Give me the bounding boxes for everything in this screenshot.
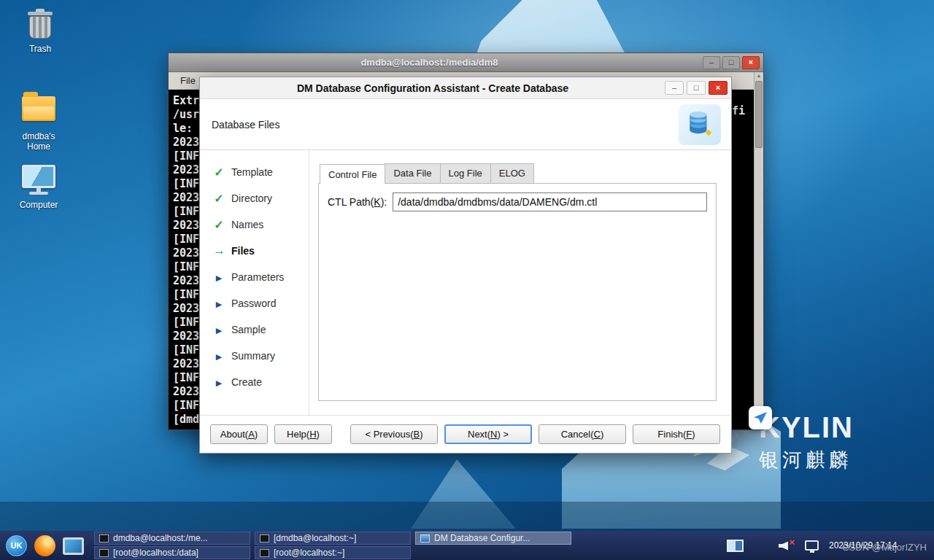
dialog-header: Database Files <box>200 99 731 150</box>
terminal-scrollbar[interactable]: ▲ ▼ <box>754 72 763 429</box>
popup-glyph-icon <box>754 412 767 424</box>
dialog-minimize-button[interactable]: – <box>665 81 684 95</box>
display-tray-icon[interactable] <box>805 540 819 551</box>
volume-muted-icon[interactable]: × <box>779 540 795 552</box>
step-status-icon <box>213 298 225 309</box>
desktop: KYLIN 银河麒麟 Trash dmdba's Home Computer d… <box>0 0 934 560</box>
kylin-brand-text-cn: 银河麒麟 <box>759 447 854 473</box>
system-tray: × 2023/10/29 17:14 <box>727 540 928 552</box>
dialog-titlebar[interactable]: DM Database Configuration Assistant - Cr… <box>200 77 731 99</box>
wizard-steps: Template Directory Names Files Parameter… <box>200 150 309 415</box>
terminal-close-button[interactable]: × <box>742 56 760 69</box>
dialog-close-button[interactable]: × <box>709 81 727 95</box>
tab[interactable]: Data File <box>385 163 439 184</box>
kylin-menu-button[interactable]: UK <box>6 535 27 556</box>
step-label: Names <box>231 219 263 230</box>
terminal-minimize-button[interactable]: – <box>703 56 720 69</box>
step-status-icon <box>213 324 225 335</box>
step-label: Password <box>231 298 276 309</box>
scroll-up-arrow[interactable]: ▲ <box>754 73 763 78</box>
about-button[interactable]: About(A) <box>210 424 268 444</box>
wizard-step[interactable]: Parameters <box>200 264 309 290</box>
wizard-step[interactable]: Summary <box>200 343 309 369</box>
folder-icon <box>21 96 56 128</box>
ctl-path-label: CTL Path(K): <box>328 196 387 208</box>
terminal-line-fragment: fi <box>732 104 745 117</box>
kylin-brand-text: KYLIN <box>759 413 854 442</box>
step-label: Summary <box>231 350 275 362</box>
taskbar: UK dmdba@localhost:/me... [dmdba@localho… <box>0 531 934 560</box>
trash-icon <box>23 9 58 41</box>
window-icon <box>99 534 109 542</box>
control-file-panel: CTL Path(K): <box>318 183 717 401</box>
database-icon-badge <box>679 104 721 145</box>
dbca-dialog: DM Database Configuration Assistant - Cr… <box>199 77 732 454</box>
step-label: Sample <box>231 324 266 335</box>
help-button[interactable]: Help(H) <box>274 424 332 444</box>
step-label: Files <box>231 245 255 257</box>
step-label: Template <box>231 166 273 178</box>
tab[interactable]: Control File <box>320 164 385 184</box>
next-button[interactable]: Next(N) > <box>444 424 532 444</box>
database-icon <box>686 111 714 139</box>
taskbar-item[interactable]: DM Database Configur... <box>415 532 571 545</box>
notification-popup-icon[interactable] <box>749 406 772 429</box>
file-tabs: Control FileData FileLog FileELOG <box>318 163 717 184</box>
step-status-icon <box>213 218 225 232</box>
step-status-icon <box>213 271 225 283</box>
section-title: Database Files <box>212 119 279 131</box>
wizard-step[interactable]: Names <box>200 211 309 238</box>
wizard-step[interactable]: Create <box>200 369 309 395</box>
previous-button[interactable]: < Previous(B) <box>350 424 438 444</box>
step-label: Directory <box>231 192 272 204</box>
step-status-icon <box>213 350 225 362</box>
taskbar-item[interactable]: dmdba@localhost:/me... <box>94 532 250 545</box>
step-label: Parameters <box>231 271 284 283</box>
desktop-icon-label: Computer <box>10 200 67 210</box>
window-icon <box>420 534 430 542</box>
taskbar-item[interactable]: [dmdba@localhost:~] <box>255 532 411 545</box>
menu-file[interactable]: File <box>176 74 200 88</box>
computer-icon <box>21 165 56 197</box>
scrollbar-thumb[interactable] <box>755 81 763 148</box>
files-page: Control FileData FileLog FileELOG CTL Pa… <box>309 150 731 415</box>
wizard-step[interactable]: Template <box>200 159 309 185</box>
dialog-title: DM Database Configuration Assistant - Cr… <box>215 77 651 99</box>
finish-button[interactable]: Finish(F) <box>633 424 720 444</box>
window-icon <box>99 549 109 557</box>
step-status-icon <box>213 166 225 179</box>
terminal-title: dmdba@localhost:/media/dm8 <box>176 53 683 72</box>
dialog-footer: About(A) Help(H) < Previous(B) Next(N) >… <box>200 415 731 453</box>
dialog-maximize-button[interactable]: □ <box>687 81 706 95</box>
terminal-titlebar[interactable]: dmdba@localhost:/media/dm8 – □ × <box>169 53 763 72</box>
desktop-icon-home[interactable]: dmdba's Home <box>10 92 67 152</box>
workspace-switcher-icon[interactable] <box>727 540 744 552</box>
terminal-launcher-icon[interactable] <box>63 537 84 555</box>
desktop-icon-label: Trash <box>12 44 69 54</box>
cancel-button[interactable]: Cancel(C) <box>539 424 626 444</box>
water-band <box>0 502 934 532</box>
clock[interactable]: 2023/10/29 17:14 <box>829 540 924 551</box>
taskbar-item[interactable]: [root@localhost:/data] <box>94 546 250 559</box>
wizard-step[interactable]: Password <box>200 290 309 316</box>
desktop-icon-label: dmdba's Home <box>10 131 67 152</box>
wizard-step[interactable]: Directory <box>200 185 309 211</box>
step-status-icon <box>213 376 225 388</box>
terminal-maximize-button[interactable]: □ <box>722 56 740 69</box>
step-label: Create <box>231 376 262 388</box>
desktop-icon-computer[interactable]: Computer <box>10 162 67 210</box>
wizard-step[interactable]: Sample <box>200 316 309 343</box>
wizard-step[interactable]: Files <box>200 238 309 264</box>
window-icon <box>260 534 269 542</box>
step-status-icon <box>213 244 225 258</box>
desktop-icon-trash[interactable]: Trash <box>12 9 69 54</box>
window-icon <box>260 549 269 557</box>
tab[interactable]: Log File <box>440 163 490 184</box>
step-status-icon <box>213 192 225 206</box>
ctl-path-input[interactable] <box>393 192 707 211</box>
firefox-icon[interactable] <box>34 535 55 556</box>
taskbar-item[interactable]: [root@localhost:~] <box>255 546 411 559</box>
taskbar-window-list: dmdba@localhost:/me... [dmdba@localhost:… <box>94 532 571 559</box>
tab[interactable]: ELOG <box>490 163 534 184</box>
